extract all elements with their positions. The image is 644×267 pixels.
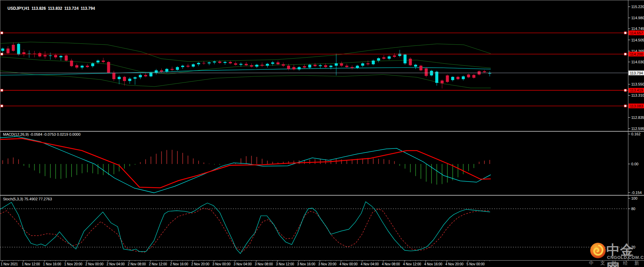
candle — [324, 65, 327, 67]
candle — [430, 71, 433, 75]
symbol-period-label: USDJPY,H1 — [7, 6, 29, 11]
axis-tick-label: 113.550 — [631, 82, 644, 86]
line-handle[interactable] — [624, 105, 627, 107]
time-axis-label: 3 Nov 04:00 — [234, 262, 252, 266]
axis-tick-label: 114.745 — [631, 27, 644, 31]
candle — [451, 77, 454, 80]
candle — [441, 80, 444, 83]
time-axis-label: 2 Nov 04:00 — [107, 262, 125, 266]
candle — [361, 63, 364, 66]
candle — [12, 45, 15, 51]
candle — [462, 76, 465, 79]
stoch-panel-svg[interactable]: 1008020 — [0, 196, 644, 260]
candle — [388, 57, 391, 59]
time-axis-label: 4 Nov 12:00 — [403, 262, 421, 266]
candle — [266, 64, 269, 66]
candle — [356, 66, 359, 68]
macd-indicator-label: MACD(12,26,9) -0.0584 -0.0753 0.0219 0.0… — [3, 132, 81, 136]
ohlc-close: 113.794 — [81, 6, 95, 11]
candle — [435, 72, 438, 83]
time-axis-label: 3 Nov 08:00 — [255, 262, 273, 266]
candle — [393, 56, 396, 57]
time-axis-label: 3 Nov 20:00 — [318, 262, 336, 266]
time-axis-label: 1 Nov 20:00 — [64, 262, 82, 266]
candle — [351, 67, 354, 68]
candle — [65, 56, 68, 61]
axis-tick-label: -0.154 — [631, 191, 642, 195]
candle — [208, 62, 211, 63]
line-handle[interactable] — [1, 53, 3, 55]
time-axis-label: 1 Nov 16:00 — [43, 262, 61, 266]
chart-window: 115.220114.980114.745114.505114.265114.0… — [0, 0, 644, 267]
line-handle[interactable] — [1, 32, 3, 34]
candle — [409, 59, 412, 65]
main-chart-svg[interactable]: 115.220114.980114.745114.505114.265114.0… — [0, 0, 644, 131]
candle — [319, 65, 322, 66]
line-handle[interactable] — [624, 53, 627, 55]
stoch-main-line — [0, 202, 490, 254]
candle — [128, 79, 131, 81]
watermark-domain: CNGOLD.COM.CN — [607, 255, 644, 260]
time-axis-label: 2 Nov 20:00 — [191, 262, 209, 266]
candle — [234, 63, 237, 65]
candle — [340, 63, 343, 66]
candle — [292, 67, 295, 69]
candle — [456, 77, 459, 79]
candle — [404, 55, 407, 63]
candle — [287, 66, 290, 69]
candle — [245, 64, 248, 65]
bollinger-lower-band — [0, 71, 491, 88]
candle — [197, 63, 200, 64]
candle — [17, 44, 20, 55]
time-axis[interactable]: 1 Nov 20211 Nov 12:001 Nov 16:001 Nov 20… — [0, 261, 644, 267]
candle — [75, 65, 78, 68]
line-handle[interactable] — [1, 105, 3, 107]
candle — [329, 66, 332, 67]
axis-tick-label: 0.00 — [631, 162, 638, 166]
axis-price-box-label: 113.419 — [630, 88, 643, 92]
axis-price-box-label: 113.794 — [630, 71, 643, 75]
line-handle[interactable] — [624, 32, 627, 34]
axis-price-box-label: 113.083 — [630, 104, 643, 108]
candle — [165, 69, 168, 72]
candle — [446, 75, 449, 82]
moving-average-line — [0, 68, 491, 75]
line-handle[interactable] — [1, 89, 3, 92]
axis-tick-label: 114.980 — [631, 16, 644, 20]
candle — [472, 75, 475, 78]
axis-tick-label: 113.310 — [631, 93, 644, 97]
time-axis-label: 3 Nov 12:00 — [276, 262, 294, 266]
candle — [414, 65, 417, 67]
time-axis-label: 2 Nov 08:00 — [128, 262, 146, 266]
candle — [483, 71, 486, 72]
candle — [372, 61, 375, 64]
candle — [192, 64, 195, 67]
candle — [86, 66, 89, 67]
time-axis-label: 3 Nov 16:00 — [297, 262, 315, 266]
ohlc-low: 113.724 — [64, 6, 79, 11]
candle — [335, 63, 338, 66]
candle — [38, 53, 41, 57]
stoch-indicator-label: Stoch(5,3,3) 75.4902 77.2763 — [3, 197, 52, 201]
axis-tick-label: 80 — [631, 207, 635, 211]
axis-tick-label: 0.162 — [631, 132, 641, 136]
candle — [6, 48, 9, 53]
time-axis-label: 4 Nov 08:00 — [382, 262, 400, 266]
line-handle[interactable] — [624, 89, 627, 92]
time-axis-label: 3 Nov 00:00 — [212, 262, 231, 266]
candle — [345, 66, 348, 67]
candle — [176, 67, 179, 70]
cngold-logo-icon — [590, 242, 606, 259]
candle — [91, 63, 94, 66]
candle — [277, 62, 280, 64]
candle — [107, 62, 110, 73]
time-axis-label: 4 Nov 20:00 — [445, 262, 464, 266]
candle — [218, 62, 221, 63]
axis-tick-label: 112.595 — [631, 127, 644, 131]
macd-panel-svg[interactable]: 0.1620.00-0.154 — [0, 132, 644, 195]
candle — [425, 68, 428, 76]
candle — [54, 55, 57, 57]
time-axis-label: 2 Nov 00:00 — [85, 262, 104, 266]
time-axis-label: 1 Nov 12:00 — [22, 262, 40, 266]
candle — [44, 55, 47, 56]
